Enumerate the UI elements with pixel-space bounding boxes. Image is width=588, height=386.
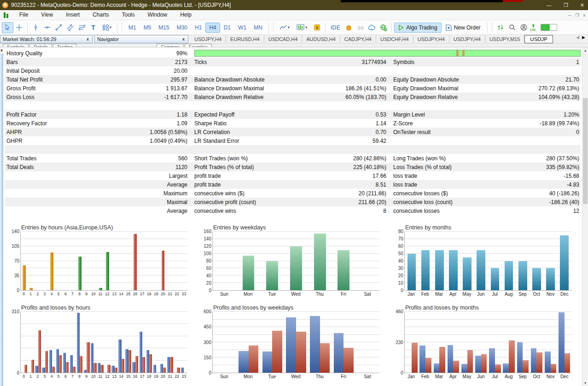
horizontal-line-icon[interactable] bbox=[41, 22, 53, 33]
child-restore-icon[interactable]: ❐ bbox=[575, 13, 579, 18]
chart-entries-by-weekdays: Entries by weekdays020406080100120140160… bbox=[197, 224, 389, 298]
new-order-button[interactable]: New Order bbox=[442, 23, 485, 33]
vertical-scrollbar[interactable]: ▲ ▼ bbox=[582, 47, 588, 386]
cursor-pointer-icon[interactable] bbox=[2, 22, 13, 33]
line-chart-type-icon[interactable]: ▾ bbox=[276, 22, 293, 33]
chart-tab-1[interactable]: EURUSD,H4 bbox=[226, 35, 264, 43]
timeframe-m1[interactable]: M1 bbox=[125, 23, 140, 33]
x-axis-tick-label: 4 bbox=[48, 292, 55, 298]
category-slot bbox=[460, 232, 474, 290]
vertical-line-icon[interactable] bbox=[30, 22, 41, 33]
timeframe-d1[interactable]: D1 bbox=[220, 23, 234, 33]
minimize-icon[interactable]: — bbox=[547, 2, 552, 8]
x-axis-tick-label: 13 bbox=[111, 374, 118, 380]
chart-tab-active[interactable]: USDJP bbox=[524, 35, 553, 43]
x-axis-tick-label: Mar bbox=[432, 292, 446, 298]
timeframe-m30[interactable]: M30 bbox=[173, 23, 191, 33]
bar-profit-Thu bbox=[310, 316, 320, 373]
category-slot bbox=[308, 232, 332, 290]
channel-icon[interactable] bbox=[64, 22, 76, 33]
scroll-up-icon[interactable]: ▲ bbox=[582, 47, 588, 53]
candle-chart-type-icon[interactable]: ▾ bbox=[293, 22, 311, 33]
ide-button[interactable]: IDE bbox=[328, 23, 343, 32]
chart-tab-8[interactable]: USDJPY,M15 bbox=[485, 35, 524, 43]
menu-item-window[interactable]: Window bbox=[141, 10, 174, 20]
chart-tab-5[interactable]: USDCHF,H4 bbox=[376, 35, 413, 43]
depth-of-market-icon[interactable] bbox=[495, 22, 506, 33]
chart-tab-0[interactable]: USDJPY,H4 bbox=[190, 35, 226, 43]
stat-label: Profit Trades (% of total) bbox=[194, 164, 353, 170]
menu-item-view[interactable]: View bbox=[35, 10, 59, 20]
x-axis-tick-label: 21 bbox=[167, 374, 174, 380]
bar-profit-23 bbox=[181, 368, 184, 373]
bar-loss-Feb bbox=[425, 358, 431, 373]
profile-icon[interactable] bbox=[518, 22, 530, 33]
navigator-caption[interactable]: Navigator x bbox=[94, 35, 188, 43]
close-icon[interactable]: ✕ bbox=[580, 2, 584, 8]
close-icon[interactable]: x bbox=[181, 37, 186, 41]
category-slot bbox=[502, 232, 516, 290]
stat-label: consecutive profit (count) bbox=[194, 199, 359, 205]
chart-tab-2[interactable]: USDCAD,H4 bbox=[264, 35, 303, 43]
trendline-icon[interactable] bbox=[53, 22, 64, 33]
bar-profit-Fri bbox=[334, 333, 344, 373]
menu-item-help[interactable]: Help bbox=[174, 10, 198, 20]
restore-icon[interactable]: ❐ bbox=[564, 2, 568, 8]
algo-trading-button[interactable]: Algo Trading bbox=[394, 23, 441, 33]
timeframe-w1[interactable]: W1 bbox=[234, 23, 250, 33]
community-globe-icon[interactable] bbox=[378, 22, 389, 33]
crosshair-icon[interactable] bbox=[13, 22, 25, 33]
scroll-down-icon[interactable]: ▼ bbox=[582, 380, 588, 386]
chart-tab-6[interactable]: USDJPY,H4 bbox=[413, 35, 449, 43]
timeframe-mn[interactable]: MN bbox=[250, 23, 266, 33]
subtab-trading[interactable]: Trading bbox=[53, 44, 77, 47]
market-bag-icon[interactable] bbox=[343, 22, 355, 33]
category-slot bbox=[260, 312, 284, 373]
bar-loss-May bbox=[467, 350, 473, 373]
timeframe-h4[interactable]: H4 bbox=[205, 23, 220, 33]
chart-tab-4[interactable]: CADJPY,H4 bbox=[340, 35, 376, 43]
chart-plot: 03570105140 bbox=[20, 232, 187, 291]
bars-layer bbox=[405, 232, 571, 290]
child-minimize-icon[interactable]: ─ bbox=[568, 13, 571, 18]
category-slot bbox=[284, 232, 308, 290]
child-close-icon[interactable]: x bbox=[583, 13, 586, 18]
subtab-symbols[interactable]: Symbols bbox=[3, 44, 29, 47]
search-icon[interactable] bbox=[506, 22, 518, 33]
tab-scroll-right-icon[interactable]: ▶ bbox=[582, 35, 585, 43]
fibonacci-lines-icon[interactable] bbox=[76, 22, 87, 33]
toggle-switch[interactable] bbox=[541, 24, 557, 31]
menu-item-file[interactable]: File bbox=[13, 10, 35, 20]
bar-4 bbox=[50, 252, 53, 290]
stat-label: Balance Drawdown Absolute bbox=[194, 76, 376, 83]
chart-plot: 020406080100120140160 bbox=[212, 232, 379, 291]
cloud-icon[interactable] bbox=[366, 22, 378, 33]
timeframe-m5[interactable]: M5 bbox=[140, 23, 155, 33]
subtab-common[interactable]: Common bbox=[157, 44, 184, 47]
x-axis-tick-label: Sep bbox=[516, 374, 530, 380]
category-slot bbox=[132, 232, 139, 290]
currency-dollar-icon[interactable]: $ bbox=[311, 22, 323, 33]
menu-item-tools[interactable]: Tools bbox=[116, 10, 141, 20]
subtab-details[interactable]: Details bbox=[29, 44, 52, 47]
market-watch-caption[interactable]: Market Watch: 01:56:29 x bbox=[0, 35, 93, 43]
timeframe-h1[interactable]: H1 bbox=[191, 23, 205, 33]
scrollbar-thumb[interactable] bbox=[583, 98, 588, 204]
lvl-levels-icon[interactable]: ⬆LVL bbox=[530, 24, 536, 31]
chart-tab-7[interactable]: USDJPY,H4 bbox=[449, 35, 485, 43]
shapes-icon[interactable]: ▾ bbox=[99, 22, 115, 33]
subtab-favorites[interactable]: Favorites bbox=[185, 44, 212, 47]
chart-tab-3[interactable]: AUDUSD,H4 bbox=[302, 35, 340, 43]
menu-item-insert[interactable]: Insert bbox=[59, 10, 86, 20]
report-close-icon[interactable]: x bbox=[0, 48, 3, 53]
close-icon[interactable]: x bbox=[86, 37, 90, 41]
tab-scroll-left-icon[interactable]: ◀ bbox=[576, 35, 579, 43]
signals-icon[interactable]: ((o)) bbox=[355, 22, 366, 33]
timeframe-m15[interactable]: M15 bbox=[155, 23, 173, 33]
category-slot bbox=[83, 232, 90, 290]
bar-20 bbox=[162, 251, 165, 290]
category-slot bbox=[237, 312, 261, 373]
bar-profit-Aug bbox=[503, 363, 509, 373]
text-label-icon[interactable]: T bbox=[87, 22, 99, 33]
menu-item-charts[interactable]: Charts bbox=[86, 10, 115, 20]
